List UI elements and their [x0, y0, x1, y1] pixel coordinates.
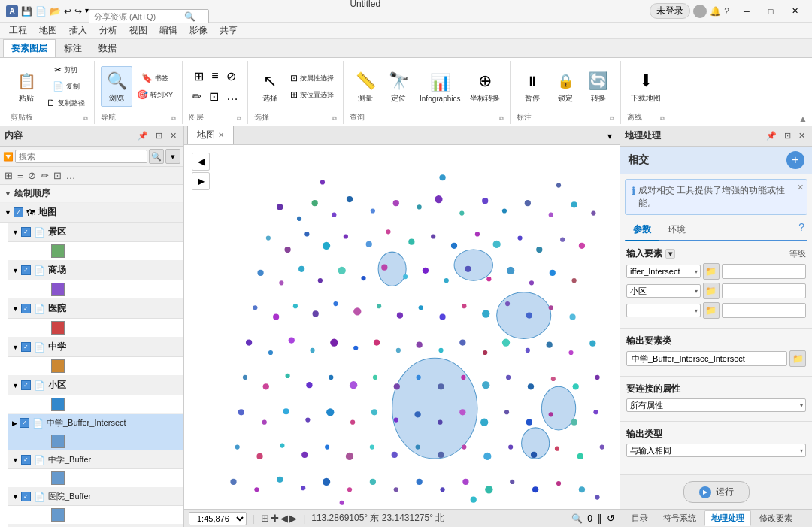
user-login-button[interactable]: 未登录 [650, 3, 690, 19]
layer-item-xiaoqu[interactable]: ▼ ✓ 📄 小区 [8, 376, 183, 395]
lock-button[interactable]: 🔒 锁定 [550, 66, 581, 107]
ribbon-tab-data[interactable]: 数据 [90, 39, 125, 57]
menu-insert[interactable]: 插入 [63, 23, 93, 38]
ribbon-collapse-btn[interactable]: ▲ [798, 114, 807, 124]
gp-rank-input-1[interactable] [722, 264, 807, 279]
yiyuan-checkbox[interactable]: ✓ [21, 304, 31, 313]
annotation-expander[interactable]: ⧉ [610, 115, 614, 123]
attr-select-button[interactable]: ⊡ 按属性选择 [287, 71, 337, 86]
gp-rank-input-3[interactable] [722, 303, 807, 318]
layer-tool6[interactable]: … [223, 87, 241, 106]
maximize-button[interactable]: □ [759, 4, 782, 19]
copy-button[interactable]: 📄 复制 [44, 79, 88, 94]
layer-item-buffer-intersect[interactable]: ▶ ✓ 📄 中学_Buffer_Intersect [8, 414, 183, 432]
menu-project[interactable]: 工程 [3, 23, 33, 38]
status-pause-btn[interactable]: ‖ [597, 513, 602, 524]
title-search-box[interactable]: 🔍 [89, 9, 209, 24]
gp-input-folder-btn-1[interactable]: 📁 [703, 263, 720, 280]
layer-item-zhongxue-buffer[interactable]: ▼ ✓ 📄 中学_Buffer [8, 451, 183, 469]
yiyuan-buffer-checkbox[interactable]: ✓ [21, 492, 31, 501]
lt-table-icon[interactable]: ≡ [16, 169, 25, 182]
layer-tool5[interactable]: ⊡ [206, 87, 222, 106]
undo-icon[interactable]: ↩ [64, 6, 71, 17]
layer-tool2[interactable]: ≡ [208, 67, 221, 86]
layer-tool1[interactable]: ⊞ [191, 67, 207, 86]
minimize-button[interactable]: ─ [735, 4, 758, 19]
rp-pin-btn[interactable]: 📌 [764, 130, 779, 141]
status-nav-icon2[interactable]: ✚ [271, 513, 279, 524]
pause-button[interactable]: ⏸ 暂停 [517, 66, 548, 107]
left-panel-float-btn[interactable]: ⊡ [153, 130, 165, 141]
layer-item-map[interactable]: ▼ ✓ 🗺 地图 [0, 203, 183, 223]
help-icon[interactable]: ? [724, 6, 729, 17]
lt-more-icon[interactable]: … [65, 169, 77, 182]
layer-expander[interactable]: ⧉ [237, 115, 241, 123]
infographics-button[interactable]: 📊 Infographics [416, 68, 464, 106]
layer-search-button[interactable]: 🔍 [149, 149, 164, 164]
rp-float-btn[interactable]: ⊡ [782, 130, 793, 141]
layer-search-input[interactable] [15, 150, 147, 163]
offline-expander[interactable]: ⧉ [660, 115, 665, 123]
download-map-button[interactable]: ⬇ 下载地图 [627, 66, 665, 107]
title-search-input[interactable] [94, 12, 184, 21]
layer-search-more-btn[interactable]: ▾ [165, 149, 180, 164]
status-nav-icon4[interactable]: ▶ [289, 513, 297, 524]
map-canvas[interactable]: ◀ ▶ [184, 145, 620, 509]
clipboard-expander[interactable]: ⧉ [83, 115, 88, 123]
left-panel-close-btn[interactable]: ✕ [168, 130, 179, 141]
gp-output-type-select[interactable]: 与输入相同 [626, 444, 806, 457]
menu-map[interactable]: 地图 [33, 23, 63, 38]
shangchang-checkbox[interactable]: ✓ [21, 265, 31, 275]
gp-tab-params[interactable]: 参数 [625, 220, 659, 241]
run-button[interactable]: ▶ 运行 [683, 481, 750, 503]
bottom-tab-geoprocessing[interactable]: 地理处理 [704, 510, 751, 526]
gp-input-select-2[interactable]: 小区 [626, 284, 701, 298]
gp-input-chevron[interactable]: ▾ [665, 249, 675, 259]
query-expander[interactable]: ⧉ [499, 115, 504, 123]
gp-input-folder-btn-3[interactable]: 📁 [703, 302, 720, 319]
ribbon-tab-label[interactable]: 标注 [56, 39, 90, 57]
bottom-tab-catalog[interactable]: 目录 [625, 510, 655, 526]
gp-rank-input-2[interactable] [722, 283, 807, 298]
layer-item-zhongxue[interactable]: ▼ ✓ 📄 中学 [8, 338, 183, 357]
map-tab-close-btn[interactable]: ✕ [218, 131, 224, 139]
map-checkbox[interactable]: ✓ [14, 207, 23, 217]
bottom-tab-symbology[interactable]: 符号系统 [656, 510, 703, 526]
select-button[interactable]: ↖ 选择 [254, 66, 286, 107]
scale-selector[interactable]: 1:45,876 [189, 512, 247, 525]
jingqu-checkbox[interactable]: ✓ [21, 227, 31, 237]
ribbon-tab-feature-layer[interactable]: 要素图层 [3, 39, 56, 57]
left-panel-pin-btn[interactable]: 📌 [135, 130, 150, 141]
lt-filter-icon[interactable]: ⊘ [26, 169, 38, 182]
menu-share[interactable]: 共享 [214, 23, 244, 38]
gp-input-folder-btn-2[interactable]: 📁 [703, 283, 720, 299]
save-icon[interactable]: 💾 [21, 6, 32, 17]
map-tab[interactable]: 地图 ✕ [187, 126, 234, 144]
status-nav-icon1[interactable]: ⊞ [261, 513, 269, 524]
zhongxue-checkbox[interactable]: ✓ [21, 342, 31, 352]
buffer-intersect-checkbox[interactable]: ✓ [20, 418, 29, 428]
convert-button[interactable]: 🔄 转换 [583, 66, 614, 107]
status-nav-icon3[interactable]: ◀ [280, 513, 288, 524]
nav-expander[interactable]: ⧉ [171, 115, 176, 123]
locate-button[interactable]: 🔭 定位 [383, 66, 414, 107]
close-button[interactable]: ✕ [783, 4, 806, 19]
lt-pencil-icon[interactable]: ✏ [39, 169, 50, 182]
browse-button[interactable]: 🔍 浏览 [101, 66, 132, 107]
drawing-order-section[interactable]: ▼ 绘制顺序 [0, 185, 183, 203]
open-icon[interactable]: 📂 [50, 6, 61, 17]
layer-tool3[interactable]: ⊘ [223, 67, 239, 86]
measure-button[interactable]: 📏 测量 [350, 66, 381, 107]
loc-select-button[interactable]: ⊞ 按位置选择 [287, 87, 337, 102]
xiaoqu-checkbox[interactable]: ✓ [21, 380, 31, 390]
layer-item-shangchang[interactable]: ▼ ✓ 📄 商场 [8, 261, 183, 280]
gp-help-button[interactable]: ? [795, 220, 807, 240]
menu-view[interactable]: 视图 [123, 23, 153, 38]
goto-xy-button[interactable]: 🎯 转到XY [134, 87, 176, 102]
gp-tab-env[interactable]: 环境 [659, 220, 694, 240]
menu-analysis[interactable]: 分析 [93, 23, 123, 38]
paste-button[interactable]: 📋 粘贴 [11, 66, 42, 107]
cut-button[interactable]: ✂ 剪切 [44, 62, 88, 77]
lt-select-icon[interactable]: ⊡ [52, 169, 63, 182]
status-zoom-icon[interactable]: 🔍 [571, 513, 583, 524]
